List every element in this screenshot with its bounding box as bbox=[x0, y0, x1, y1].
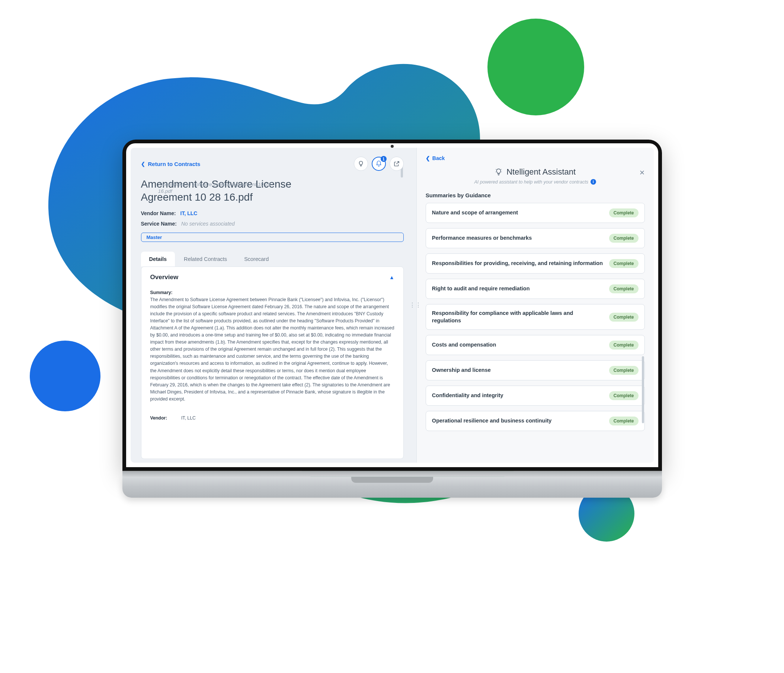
assistant-sub-text: AI powered assistant to help with your v… bbox=[474, 179, 588, 184]
service-name-row: Service Name: No services associated bbox=[141, 221, 404, 227]
summary-list: Nature and scope of arrangementCompleteP… bbox=[426, 203, 645, 431]
service-name-value: No services associated bbox=[181, 221, 235, 227]
overview-vendor-value: IT, LLC bbox=[181, 415, 196, 421]
assistant-back-link[interactable]: ❮ Back bbox=[426, 155, 645, 161]
laptop-mockup: ❮ Return to Contracts 1 bbox=[123, 140, 662, 498]
svg-point-0 bbox=[487, 19, 584, 115]
vendor-name-label: Vendor Name: bbox=[141, 210, 176, 216]
summary-item-title: Costs and compensation bbox=[432, 341, 496, 349]
return-to-contracts-link[interactable]: ❮ Return to Contracts bbox=[141, 160, 201, 167]
lightbulb-icon bbox=[358, 160, 364, 167]
summary-item[interactable]: Nature and scope of arrangementComplete bbox=[426, 203, 645, 223]
assistant-title: Ntelligent Assistant bbox=[506, 167, 576, 177]
vendor-name-link[interactable]: IT, LLC bbox=[180, 210, 198, 216]
status-badge: Complete bbox=[609, 234, 638, 243]
summary-item-title: Confidentiality and integrity bbox=[432, 392, 504, 399]
service-name-label: Service Name: bbox=[141, 221, 177, 227]
tab-related-contracts[interactable]: Related Contracts bbox=[176, 252, 235, 266]
summary-item[interactable]: Right to audit and require remediationCo… bbox=[426, 279, 645, 299]
assistant-title-row: Ntelligent Assistant ✕ bbox=[426, 167, 645, 177]
status-badge: Complete bbox=[609, 284, 638, 293]
summary-item-title: Performance measures or benchmarks bbox=[432, 235, 532, 242]
assistant-back-label: Back bbox=[432, 155, 445, 161]
tab-scorecard[interactable]: Scorecard bbox=[236, 252, 277, 266]
summary-item[interactable]: Performance measures or benchmarksComple… bbox=[426, 228, 645, 248]
overview-vendor-row: Vendor: IT, LLC bbox=[150, 410, 394, 422]
notifications-button[interactable]: 1 bbox=[372, 157, 386, 171]
collapse-toggle[interactable]: ▲ bbox=[389, 274, 394, 280]
overview-card: Overview ▲ Summary: The Amendment to Sof… bbox=[141, 266, 404, 459]
summary-item[interactable]: Responsibilities for providing, receivin… bbox=[426, 254, 645, 274]
summary-label: Summary: bbox=[150, 289, 394, 296]
external-link-icon bbox=[393, 160, 400, 167]
summary-item-title: Ownership and license bbox=[432, 367, 491, 374]
status-badge: Complete bbox=[609, 366, 638, 375]
info-icon[interactable]: i bbox=[591, 179, 596, 185]
summary-item[interactable]: Ownership and licenseComplete bbox=[426, 360, 645, 380]
status-badge: Complete bbox=[609, 259, 638, 268]
status-badge: Complete bbox=[609, 312, 638, 321]
camera-dot bbox=[391, 145, 394, 148]
summary-item-title: Operational resilience and business cont… bbox=[432, 417, 552, 425]
summary-item-title: Responsibility for compliance with appli… bbox=[432, 310, 603, 324]
assistant-sub: AI powered assistant to help with your v… bbox=[426, 179, 645, 185]
summary-item[interactable]: Confidentiality and integrityComplete bbox=[426, 386, 645, 406]
bell-icon bbox=[375, 160, 382, 167]
contract-type-chip: Master bbox=[141, 233, 404, 242]
vendor-name-row: Vendor Name: IT, LLC bbox=[141, 210, 404, 216]
scrollbar-thumb[interactable] bbox=[642, 356, 644, 423]
insights-button[interactable] bbox=[354, 157, 368, 171]
status-badge: Complete bbox=[609, 391, 638, 400]
file-subtitle: Amendment to Software License Agreement … bbox=[158, 181, 277, 195]
summary-text: The Amendment to Software License Agreem… bbox=[150, 296, 394, 403]
summary-item[interactable]: Responsibility for compliance with appli… bbox=[426, 304, 645, 330]
status-badge: Complete bbox=[609, 341, 638, 349]
overview-vendor-label: Vendor: bbox=[150, 415, 180, 422]
summary-item[interactable]: Operational resilience and business cont… bbox=[426, 411, 645, 431]
tab-details[interactable]: Details bbox=[141, 252, 175, 266]
summary-item-title: Right to audit and require remediation bbox=[432, 285, 530, 293]
summary-item-title: Nature and scope of arrangement bbox=[432, 209, 518, 217]
chevron-left-icon: ❮ bbox=[141, 161, 145, 167]
close-assistant-button[interactable]: ✕ bbox=[639, 168, 645, 177]
summary-item-title: Responsibilities for providing, receivin… bbox=[432, 260, 603, 267]
notification-badge: 1 bbox=[381, 156, 387, 162]
tabs: Details Related Contracts Scorecard bbox=[141, 252, 404, 266]
overview-heading: Overview bbox=[150, 274, 179, 281]
svg-point-2 bbox=[30, 341, 101, 411]
summaries-section-label: Summaries by Guidance bbox=[426, 192, 645, 198]
pane-divider[interactable]: ⋮⋮ bbox=[414, 148, 416, 463]
summary-item[interactable]: Costs and compensationComplete bbox=[426, 335, 645, 355]
status-badge: Complete bbox=[609, 209, 638, 217]
drag-handle-icon: ⋮⋮ bbox=[409, 304, 421, 306]
app-window: ❮ Return to Contracts 1 bbox=[131, 148, 654, 463]
sparkle-lightbulb-icon bbox=[495, 168, 503, 176]
chevron-left-icon: ❮ bbox=[426, 155, 430, 161]
return-label: Return to Contracts bbox=[148, 160, 201, 167]
status-badge: Complete bbox=[609, 416, 638, 425]
